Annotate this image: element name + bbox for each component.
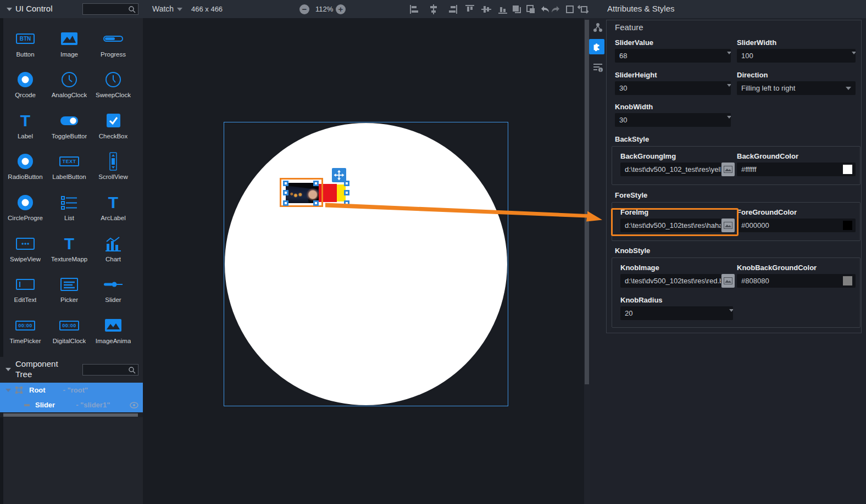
tree-hscrollbar-thumb[interactable] (3, 413, 138, 417)
color-swatch[interactable] (843, 276, 852, 285)
align-left-icon[interactable] (408, 3, 420, 15)
control-digitalclock[interactable]: 00:00DigitalClock (47, 309, 91, 350)
resize-handle-nw[interactable] (283, 181, 288, 186)
control-label: AnalogClock (52, 92, 87, 98)
control-edittext[interactable]: EditText (3, 268, 47, 309)
bring-forward-icon[interactable] (510, 3, 523, 15)
control-checkbox[interactable]: CheckBox (91, 104, 135, 145)
resize-handle-w[interactable] (283, 190, 288, 195)
control-label: Chart (106, 256, 121, 262)
control-circleprogress[interactable]: CircleProgre (3, 186, 47, 227)
device-selector[interactable]: Watch (152, 0, 174, 18)
control-progress[interactable]: Progress (91, 23, 135, 63)
control-image[interactable]: Image (47, 23, 91, 63)
color-swatch[interactable] (843, 221, 852, 230)
move-component-button[interactable] (332, 168, 346, 182)
align-middle-vertical-icon[interactable] (480, 3, 492, 15)
resize-handle-sw[interactable] (283, 200, 288, 206)
control-label: SwipeView (10, 256, 41, 262)
control-togglebutton[interactable]: ToggleButtor (47, 104, 91, 145)
picker-icon (60, 274, 78, 295)
spinner-icon[interactable] (847, 52, 852, 63)
control-button[interactable]: BTNButton (3, 23, 47, 63)
tree-row-slider[interactable]: Slider- "slider1" (0, 397, 143, 412)
knob-radius-input[interactable]: 20 (620, 306, 733, 320)
visibility-eye-icon[interactable] (130, 402, 138, 408)
align-center-horizontal-icon[interactable] (428, 3, 440, 15)
control-arclabel[interactable]: TArcLabel (91, 186, 135, 227)
slider-width-input[interactable]: 100 (737, 49, 856, 63)
align-right-icon[interactable] (447, 3, 459, 15)
control-sweepclock[interactable]: SweepClock (91, 64, 135, 104)
expand-icon[interactable] (5, 389, 11, 392)
ui-control-search-input[interactable] (82, 3, 138, 15)
slider-height-input[interactable]: 30 (615, 81, 731, 95)
collapse-tree-icon[interactable] (5, 368, 11, 371)
zoom-in-button[interactable]: + (336, 4, 346, 14)
align-bottom-icon[interactable] (497, 3, 509, 15)
knob-back-ground-color-input[interactable]: #808080 (737, 274, 856, 288)
browse-image-button[interactable] (721, 219, 735, 232)
control-labelbutton[interactable]: TEXTLabelButton (47, 145, 91, 186)
control-list[interactable]: List (47, 186, 91, 227)
fore-img-input[interactable]: d:\test\dv500_102test\res\haha.b (620, 219, 721, 232)
control-qrcode[interactable]: Qrcode (3, 64, 47, 104)
component-tree-search-input[interactable] (82, 364, 138, 376)
slider-value-input[interactable]: 68 (615, 49, 731, 63)
align-top-icon[interactable] (464, 3, 476, 15)
control-chart[interactable]: Chart (91, 227, 135, 268)
control-slider[interactable]: Slider (91, 268, 135, 309)
nodes-icon[interactable] (591, 21, 604, 34)
label-icon: T (20, 110, 30, 131)
slider-icon (103, 274, 123, 295)
control-swipeview[interactable]: SwipeView (3, 227, 47, 268)
back-ground-color-input[interactable]: #ffffff (737, 163, 856, 176)
analogclock-icon (61, 69, 77, 90)
spinner-icon[interactable] (723, 84, 728, 95)
browse-image-button[interactable] (721, 163, 735, 176)
direction-dropdown[interactable]: Filling left to right (737, 81, 856, 95)
tree-row-root[interactable]: Root- "root" (0, 383, 143, 397)
chart-icon (105, 233, 121, 254)
knob-width-input[interactable]: 30 (615, 113, 731, 127)
info-list-icon[interactable]: i (591, 60, 604, 74)
zoom-out-button[interactable]: − (299, 4, 309, 14)
checkbox-icon (106, 110, 121, 131)
control-scrollview[interactable]: ScrollView (91, 145, 135, 186)
feature-tab-active[interactable] (589, 39, 604, 54)
control-timepicker[interactable]: 00:00TimePicker (3, 309, 47, 350)
browse-image-button[interactable] (721, 274, 735, 288)
root-node-icon (15, 387, 23, 394)
texturemap-icon: T (64, 233, 74, 254)
control-picker[interactable]: Picker (47, 268, 91, 309)
transform-icon[interactable] (577, 3, 589, 15)
send-backward-icon[interactable] (525, 3, 537, 15)
control-label: Slider (105, 296, 121, 303)
control-analogclock[interactable]: AnalogClock (47, 64, 91, 104)
control-label[interactable]: TLabel (3, 104, 47, 145)
spinner-icon[interactable] (723, 116, 728, 127)
back-ground-img-input[interactable]: d:\test\dv500_102_test\res\yellow (620, 163, 721, 176)
canvas-vscrollbar-thumb[interactable] (585, 20, 589, 384)
labelbutton-icon: TEXT (59, 151, 79, 172)
control-imageanim[interactable]: ImageAnima (91, 309, 135, 350)
resize-handle-s[interactable] (313, 200, 319, 206)
control-texturemap[interactable]: TTextureMapp (47, 227, 91, 268)
color-swatch[interactable] (843, 165, 852, 174)
control-radiobutton[interactable]: RadioButton (3, 145, 47, 186)
ui-control-panel-title: UI Control (15, 4, 53, 13)
qrcode-icon (17, 69, 34, 90)
device-chevron-down-icon[interactable] (177, 8, 182, 11)
knob-image-input[interactable]: d:\test\dv500_102test\res\red.bir (620, 274, 721, 288)
collapse-ui-control-icon[interactable] (7, 8, 12, 11)
fore-ground-color-input[interactable]: #000000 (737, 219, 856, 232)
tree-hscrollbar-track[interactable] (0, 413, 143, 417)
spinner-icon[interactable] (723, 52, 728, 63)
marquee-select-icon[interactable] (564, 3, 576, 15)
resize-handle-se[interactable] (344, 200, 349, 206)
spinner-icon[interactable] (725, 309, 730, 320)
redo-icon[interactable] (549, 3, 562, 15)
resize-handle-n[interactable] (313, 181, 319, 186)
slider-width-label: SliderWidth (737, 38, 776, 47)
resize-handle-e[interactable] (344, 190, 349, 195)
